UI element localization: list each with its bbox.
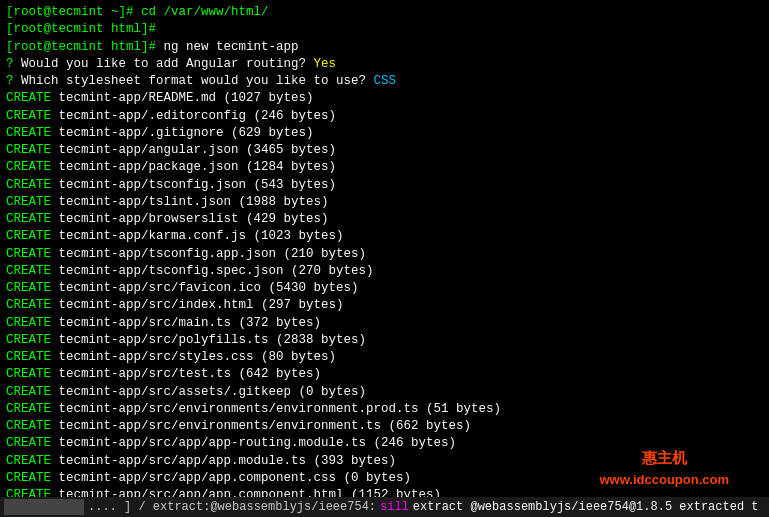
create-karma: CREATE tecmint-app/karma.conf.js (1023 b…: [6, 228, 763, 245]
line-question-routing: ? Would you like to add Angular routing?…: [6, 56, 763, 73]
line-1: [root@tecmint ~]# cd /var/www/html/: [6, 4, 763, 21]
create-env-ts: CREATE tecmint-app/src/environments/envi…: [6, 418, 763, 435]
create-browserslist: CREATE tecmint-app/browserslist (429 byt…: [6, 211, 763, 228]
create-package-json: CREATE tecmint-app/package.json (1284 by…: [6, 159, 763, 176]
sill-text: sill: [380, 499, 409, 516]
create-editorconfig: CREATE tecmint-app/.editorconfig (246 by…: [6, 108, 763, 125]
line-3: [root@tecmint html]# ng new tecmint-app: [6, 39, 763, 56]
create-styles-css: CREATE tecmint-app/src/styles.css (80 by…: [6, 349, 763, 366]
create-gitignore: CREATE tecmint-app/.gitignore (629 bytes…: [6, 125, 763, 142]
create-favicon: CREATE tecmint-app/src/favicon.ico (5430…: [6, 280, 763, 297]
create-tslint-json: CREATE tecmint-app/tslint.json (1988 byt…: [6, 194, 763, 211]
create-index-html: CREATE tecmint-app/src/index.html (297 b…: [6, 297, 763, 314]
watermark-line2: www.idccoupon.com: [599, 470, 729, 490]
watermark: 惠主机 www.idccoupon.com: [599, 447, 729, 489]
create-angular-json: CREATE tecmint-app/angular.json (3465 by…: [6, 142, 763, 159]
create-tsconfig-json: CREATE tecmint-app/tsconfig.json (543 by…: [6, 177, 763, 194]
status-rest: extract @webassemblyjs/ieee754@1.8.5 ext…: [413, 499, 759, 516]
status-bar: .... ] / extract:@webassemblyjs/ieee754:…: [0, 497, 769, 517]
create-assets-gitkeep: CREATE tecmint-app/src/assets/.gitkeep (…: [6, 384, 763, 401]
create-polyfills: CREATE tecmint-app/src/polyfills.ts (283…: [6, 332, 763, 349]
line-question-css: ? Which stylesheet format would you like…: [6, 73, 763, 90]
watermark-line1: 惠主机: [599, 447, 729, 470]
status-input[interactable]: [4, 499, 84, 515]
create-env-prod: CREATE tecmint-app/src/environments/envi…: [6, 401, 763, 418]
line-2: [root@tecmint html]#: [6, 21, 763, 38]
status-dots: .... ] / extract:@webassemblyjs/ieee754:: [88, 499, 376, 516]
create-tsconfig-spec: CREATE tecmint-app/tsconfig.spec.json (2…: [6, 263, 763, 280]
create-readme: CREATE tecmint-app/README.md (1027 bytes…: [6, 90, 763, 107]
create-main-ts: CREATE tecmint-app/src/main.ts (372 byte…: [6, 315, 763, 332]
create-test-ts: CREATE tecmint-app/src/test.ts (642 byte…: [6, 366, 763, 383]
terminal-window: [root@tecmint ~]# cd /var/www/html/ [roo…: [0, 0, 769, 517]
create-tsconfig-app: CREATE tecmint-app/tsconfig.app.json (21…: [6, 246, 763, 263]
